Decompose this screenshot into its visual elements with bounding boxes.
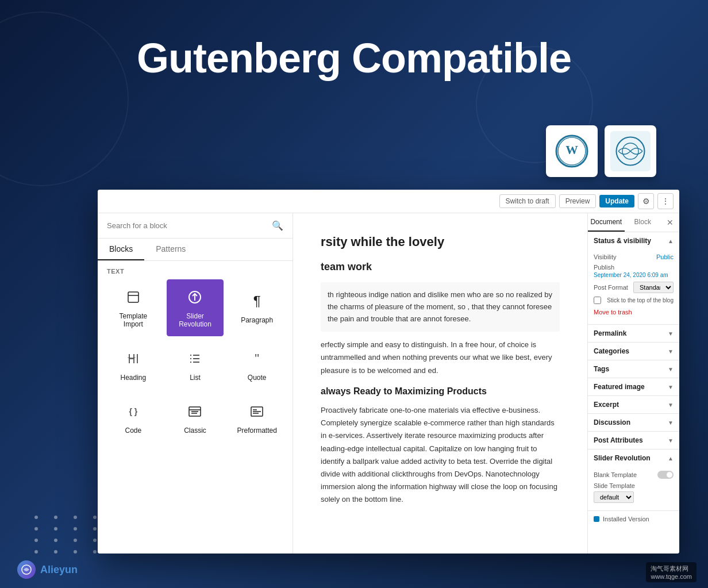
- sidebar-close-button[interactable]: ✕: [661, 213, 679, 232]
- editor-content-area: rsity while the lovely team work th righ…: [293, 213, 587, 554]
- editor-long-paragraph: Proactively fabricate one-to-one materia…: [321, 404, 560, 506]
- chevron-down-tags-icon: ▼: [668, 366, 674, 372]
- chevron-down-featured-icon: ▼: [668, 384, 674, 390]
- page-title: Gutenberg Compatible: [0, 34, 708, 82]
- block-label-code: Code: [125, 426, 141, 435]
- excerpt-header[interactable]: Excerpt ▼: [588, 396, 679, 413]
- block-item-paragraph[interactable]: ¶ Paragraph: [228, 279, 286, 336]
- theme-icon: [610, 131, 651, 171]
- status-visibility-header[interactable]: Status & visibility ▲: [588, 232, 679, 249]
- slider-revolution-body: Blank Template Slide Template default: [588, 467, 679, 510]
- block-search-input[interactable]: [107, 221, 267, 230]
- svg-rect-7: [128, 358, 136, 358]
- quote-icon: ": [247, 348, 267, 369]
- post-format-select[interactable]: Standard: [633, 282, 674, 293]
- sidebar-section-discussion: Discussion ▼: [588, 414, 679, 432]
- post-attributes-header[interactable]: Post Attributes ▼: [588, 432, 679, 449]
- sidebar-section-permalink: Permalink ▼: [588, 325, 679, 343]
- paragraph-icon: ¶: [247, 291, 267, 312]
- inserter-search-area: 🔍: [98, 213, 293, 239]
- block-item-preformatted[interactable]: Preformatted: [228, 394, 286, 442]
- block-item-list[interactable]: List: [167, 341, 224, 389]
- svg-text:W: W: [565, 143, 578, 157]
- svg-rect-6: [128, 292, 138, 302]
- theme-badge: [605, 125, 656, 177]
- wordpress-icon: W: [555, 134, 589, 168]
- sidebar-section-tags: Tags ▼: [588, 360, 679, 378]
- brand-bar: Alieyun: [17, 560, 78, 579]
- block-grid: Template Import Slider Revoluti: [105, 279, 286, 443]
- classic-icon: [184, 401, 205, 422]
- move-to-trash-row: Move to trash: [594, 306, 674, 318]
- block-item-slider-revolution[interactable]: Slider Revolution: [167, 279, 224, 336]
- block-label-slider-revolution: Slider Revolution: [172, 312, 219, 329]
- block-label-preformatted: Preformatted: [237, 426, 276, 435]
- code-icon: { }: [123, 401, 144, 422]
- chevron-down-excerpt-icon: ▼: [668, 402, 674, 408]
- chevron-down-discussion-icon: ▼: [668, 420, 674, 426]
- sidebar-section-post-attributes: Post Attributes ▼: [588, 432, 679, 449]
- switch-to-draft-button[interactable]: Switch to draft: [499, 194, 556, 208]
- slider-revolution-icon: [184, 287, 205, 308]
- dot-pattern-decoration: [34, 516, 105, 554]
- tab-patterns[interactable]: Patterns: [144, 239, 197, 260]
- editor-window: Switch to draft Preview Update ⚙ ⋮ 🔍 Blo…: [98, 190, 679, 554]
- inserter-tabs: Blocks Patterns: [98, 239, 293, 261]
- block-label-classic: Classic: [184, 426, 206, 435]
- list-icon: [184, 348, 205, 369]
- block-item-heading[interactable]: Heading: [105, 341, 162, 389]
- sidebar-tab-document[interactable]: Document: [588, 213, 625, 232]
- preformatted-icon: [247, 401, 267, 422]
- sidebar-section-status: Status & visibility ▲ Visibility Public …: [588, 232, 679, 325]
- editor-title: rsity while the lovely: [321, 232, 560, 252]
- move-to-trash-link[interactable]: Move to trash: [594, 309, 632, 316]
- brand-name: Alieyun: [40, 564, 78, 576]
- installed-dot-indicator: [594, 516, 599, 522]
- block-item-code[interactable]: { } Code: [105, 394, 162, 442]
- stick-top-row: Stick to the top of the blog: [594, 295, 674, 306]
- preview-button[interactable]: Preview: [559, 194, 597, 208]
- block-label-heading: Heading: [120, 374, 146, 382]
- search-icon: 🔍: [272, 220, 283, 231]
- settings-icon-button[interactable]: ⚙: [638, 193, 654, 209]
- sidebar-section-featured-image: Featured image ▼: [588, 378, 679, 396]
- publish-date: September 24, 2020 6:09 am: [594, 272, 668, 278]
- block-label-paragraph: Paragraph: [241, 316, 273, 324]
- block-item-template-import[interactable]: Template Import: [105, 279, 162, 336]
- status-visibility-body: Visibility Public Publish September 24, …: [588, 249, 679, 324]
- editor-inner: rsity while the lovely team work th righ…: [293, 213, 587, 554]
- discussion-header[interactable]: Discussion ▼: [588, 414, 679, 431]
- editor-text-highlight: th righteous indige nation and dislike m…: [321, 282, 560, 332]
- tags-header[interactable]: Tags ▼: [588, 360, 679, 378]
- watermark: 淘气哥素材网 www.tqge.com: [646, 562, 697, 582]
- categories-header[interactable]: Categories ▼: [588, 343, 679, 360]
- slider-revolution-header[interactable]: Slider Revolution ▲: [588, 449, 679, 467]
- sidebar-section-categories: Categories ▼: [588, 343, 679, 360]
- blank-template-toggle[interactable]: [657, 471, 674, 479]
- blank-template-row: Blank Template: [594, 469, 674, 481]
- tab-blocks[interactable]: Blocks: [98, 239, 144, 260]
- stick-to-top-checkbox[interactable]: [594, 297, 601, 304]
- editor-subtitle: team work: [321, 259, 560, 275]
- block-item-classic[interactable]: Classic: [167, 394, 224, 442]
- block-label-template-import: Template Import: [110, 312, 157, 329]
- sidebar-tab-block[interactable]: Block: [625, 213, 661, 232]
- post-format-row: Post Format Standard: [594, 280, 674, 295]
- featured-image-header[interactable]: Featured image ▼: [588, 378, 679, 395]
- template-import-icon: [123, 287, 144, 308]
- category-text-label: TEXT: [105, 268, 286, 275]
- permalink-header[interactable]: Permalink ▼: [588, 325, 679, 342]
- wordpress-badge: W: [546, 125, 598, 177]
- chevron-down-permalink-icon: ▼: [668, 330, 674, 337]
- installed-version-label: Installed Version: [603, 516, 649, 522]
- block-item-quote[interactable]: " Quote: [228, 341, 286, 389]
- block-label-quote: Quote: [248, 374, 267, 382]
- slide-template-row: Slide Template default: [594, 481, 674, 505]
- chevron-up-icon: ▲: [668, 238, 674, 244]
- block-label-list: List: [190, 374, 201, 382]
- slide-template-select[interactable]: default: [594, 491, 634, 503]
- more-options-button[interactable]: ⋮: [657, 193, 674, 209]
- editor-paragraph-1: erfectly simple and easy to distinguish.…: [321, 339, 560, 376]
- update-button[interactable]: Update: [599, 195, 634, 207]
- editor-toolbar: Switch to draft Preview Update ⚙ ⋮: [98, 190, 679, 213]
